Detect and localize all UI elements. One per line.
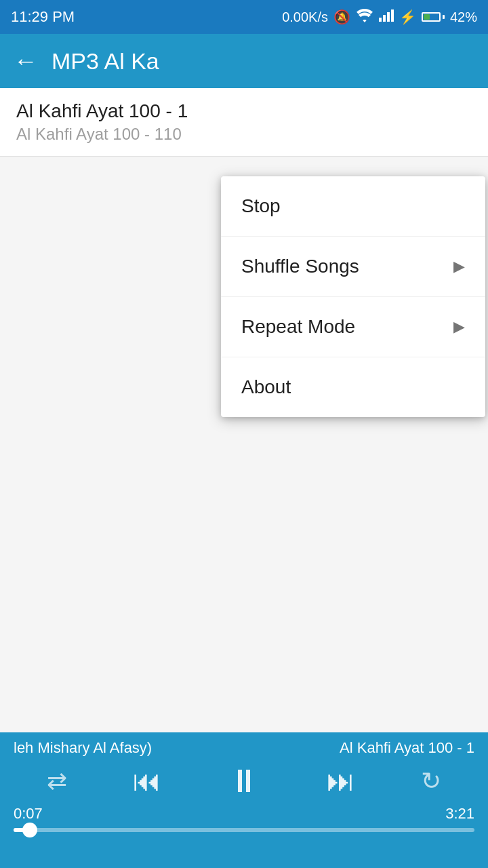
back-button[interactable]: ← xyxy=(14,47,38,75)
current-time: 0:07 xyxy=(14,805,43,823)
wifi-icon xyxy=(356,9,373,26)
menu-item-about[interactable]: About xyxy=(221,357,485,417)
svg-rect-1 xyxy=(383,15,386,22)
dropdown-overlay[interactable]: Stop Shuffle Songs ▶ Repeat Mode ▶ About xyxy=(0,88,488,732)
battery-percent: 42% xyxy=(450,9,477,25)
app-bar-title: MP3 Al Ka xyxy=(52,48,159,75)
player-controls: ⇄ ⏮ ⏸ ⏭ ↻ xyxy=(14,762,474,800)
menu-item-stop[interactable]: Stop xyxy=(221,176,485,237)
app-bar: ← MP3 Al Ka xyxy=(0,34,488,88)
context-menu: Stop Shuffle Songs ▶ Repeat Mode ▶ About xyxy=(221,176,485,417)
pause-button[interactable]: ⏸ xyxy=(228,762,260,800)
chevron-right-icon-2: ▶ xyxy=(453,318,465,336)
chevron-right-icon: ▶ xyxy=(453,258,465,275)
menu-item-repeat[interactable]: Repeat Mode ▶ xyxy=(221,297,485,357)
menu-item-stop-label: Stop xyxy=(241,195,281,217)
player-right-title: Al Kahfi Ayat 100 - 1 xyxy=(340,739,474,757)
shuffle-button[interactable]: ⇄ xyxy=(47,767,67,795)
previous-button[interactable]: ⏮ xyxy=(133,765,161,797)
player-left-title: leh Mishary Al Afasy) xyxy=(14,739,152,757)
menu-item-shuffle[interactable]: Shuffle Songs ▶ xyxy=(221,237,485,297)
next-button[interactable]: ⏭ xyxy=(327,765,355,797)
progress-bar[interactable] xyxy=(14,828,474,832)
status-icons: 0.00K/s 🔕 ⚡ 42% xyxy=(282,9,477,26)
svg-rect-2 xyxy=(387,12,390,22)
menu-item-repeat-label: Repeat Mode xyxy=(241,316,355,338)
player-bar: leh Mishary Al Afasy) Al Kahfi Ayat 100 … xyxy=(0,732,488,868)
network-speed: 0.00K/s xyxy=(282,9,328,25)
total-time: 3:21 xyxy=(445,805,474,823)
player-title-row: leh Mishary Al Afasy) Al Kahfi Ayat 100 … xyxy=(14,739,474,757)
signal-icon xyxy=(379,9,394,25)
battery-icon xyxy=(422,12,445,22)
progress-thumb[interactable] xyxy=(22,823,37,837)
svg-rect-3 xyxy=(391,9,394,22)
main-content: Al Kahfi Ayat 100 - 1 Al Kahfi Ayat 100 … xyxy=(0,88,488,732)
menu-item-shuffle-label: Shuffle Songs xyxy=(241,256,359,277)
lightning-icon: ⚡ xyxy=(399,9,416,25)
mute-icon: 🔕 xyxy=(333,9,350,25)
status-time: 11:29 PM xyxy=(11,8,75,26)
status-bar: 11:29 PM 0.00K/s 🔕 ⚡ 42% xyxy=(0,0,488,34)
menu-item-about-label: About xyxy=(241,376,291,398)
repeat-button[interactable]: ↻ xyxy=(421,767,441,795)
time-display: 11:29 PM xyxy=(11,8,75,26)
player-time-row: 0:07 3:21 xyxy=(14,805,474,823)
svg-rect-0 xyxy=(379,18,382,22)
